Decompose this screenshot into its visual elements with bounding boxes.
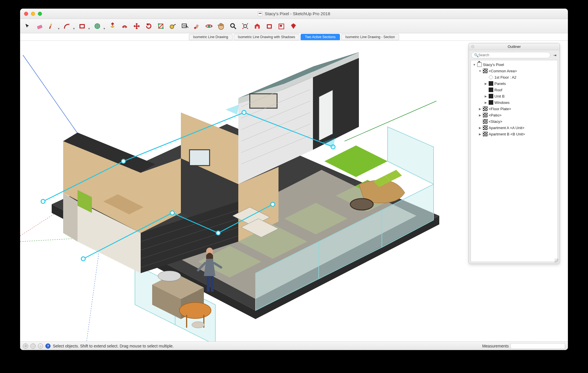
section-icon	[489, 75, 493, 79]
chevron-right-icon[interactable]: ▶	[478, 126, 482, 129]
chevron-right-icon[interactable]: ▶	[478, 114, 482, 117]
tree-row[interactable]: ▶Windows	[471, 99, 558, 106]
svg-point-76	[216, 231, 220, 235]
viewport-3d[interactable]: Outliner 🔍 ⇥ ▼Stacy's Pixel▼<Common Area…	[20, 41, 568, 341]
component-icon	[483, 125, 488, 130]
tree-label: <Stacy>	[489, 119, 502, 124]
svg-point-13	[231, 24, 234, 27]
scene-tab-0[interactable]: Isometric Line Drawing	[189, 34, 233, 40]
arc-tool[interactable]	[62, 21, 72, 31]
filter-arrow-icon[interactable]: ⇥	[552, 53, 557, 57]
tree-row[interactable]: ▶Roof	[471, 87, 558, 93]
extensions-tool[interactable]	[288, 21, 299, 31]
outliner-panel[interactable]: Outliner 🔍 ⇥ ▼Stacy's Pixel▼<Common Area…	[469, 43, 560, 264]
rectangle-tool-dropdown-icon[interactable]: ▼	[88, 27, 90, 30]
tree-label: 1st Floor : A2	[494, 75, 517, 79]
scale-tool[interactable]	[156, 21, 166, 31]
statusbar: ⦿ ⓘ ☺ ? Select objects. Shift to extend …	[20, 341, 568, 350]
tree-row[interactable]: ▶1st Floor : A2	[471, 74, 558, 80]
window-title: Stacy's Pixel - SketchUp Pro 2018	[258, 11, 330, 16]
svg-marker-39	[319, 90, 333, 141]
scene-tab-1[interactable]: Isometric Line Drawing with Shadows	[234, 34, 299, 40]
line-tool-dropdown-icon[interactable]: ▼	[57, 27, 60, 30]
svg-point-60	[179, 302, 211, 318]
search-input[interactable]	[471, 52, 550, 58]
svg-rect-34	[189, 150, 210, 166]
chevron-right-icon[interactable]: ▶	[484, 101, 488, 104]
layout-tool[interactable]	[276, 21, 287, 31]
component-icon	[483, 113, 488, 117]
offset-tool[interactable]	[119, 21, 130, 31]
move-tool[interactable]	[131, 21, 142, 31]
chevron-right-icon[interactable]: ▶	[484, 82, 488, 85]
tree-label: Apartment A <A Unit>	[489, 126, 524, 130]
circle-tool[interactable]	[92, 21, 102, 31]
resize-grip-icon[interactable]	[554, 259, 558, 263]
zoom-extents-tool[interactable]	[240, 21, 250, 31]
svg-point-11	[208, 25, 210, 27]
rotate-tool[interactable]	[144, 21, 154, 31]
tree-row[interactable]: ▶Panels	[471, 80, 558, 87]
zoom-tool[interactable]	[228, 21, 238, 31]
chevron-right-icon[interactable]: ▶	[484, 95, 488, 98]
scene-tab-3[interactable]: Isometric Line Drawing - Section	[341, 34, 399, 40]
zoom-icon[interactable]	[38, 12, 42, 16]
minimize-icon[interactable]	[31, 12, 35, 16]
select-tool[interactable]	[22, 21, 33, 31]
svg-rect-1	[50, 23, 52, 26]
main-toolbar: ▼▼▼▼A1	[20, 19, 568, 33]
tree-row[interactable]: ▶Unit B	[471, 93, 558, 99]
outliner-title[interactable]: Outliner	[469, 43, 560, 50]
svg-point-59	[158, 271, 181, 281]
text-tool[interactable]: A1	[180, 21, 190, 31]
svg-rect-67	[211, 276, 214, 292]
scene-tabs: Isometric Line DrawingIsometric Line Dra…	[20, 33, 568, 41]
tree-row[interactable]: ▼Stacy's Pixel	[471, 61, 558, 68]
tree-label: Panels	[494, 81, 506, 86]
eraser-tool[interactable]	[34, 21, 45, 31]
geo-icon[interactable]: ⦿	[23, 343, 28, 349]
svg-point-77	[271, 202, 275, 206]
circle-tool-dropdown-icon[interactable]: ▼	[103, 27, 106, 30]
titlebar: Stacy's Pixel - SketchUp Pro 2018	[20, 9, 568, 19]
help-icon[interactable]: ?	[45, 343, 51, 349]
outliner-search: 🔍 ⇥	[469, 50, 560, 60]
search-icon: 🔍	[474, 53, 479, 57]
pan-tool[interactable]	[216, 21, 226, 31]
chevron-right-icon[interactable]: ▶	[478, 107, 482, 110]
rectangle-tool[interactable]	[77, 21, 87, 31]
tree-row[interactable]: ▶<Floor Plate>	[471, 106, 558, 112]
chevron-down-icon[interactable]: ▼	[478, 69, 482, 73]
line-tool[interactable]	[47, 21, 57, 31]
svg-rect-5	[158, 23, 159, 25]
orbit-tool[interactable]	[204, 21, 214, 31]
panel-close-icon[interactable]	[471, 45, 474, 48]
model-icon	[477, 62, 482, 67]
svg-rect-6	[162, 27, 163, 29]
close-icon[interactable]	[24, 12, 28, 16]
tree-row[interactable]: ▼<Common Area>	[471, 68, 558, 74]
measurements-input[interactable]	[510, 343, 565, 349]
svg-point-75	[170, 211, 174, 215]
svg-text:A1: A1	[183, 24, 187, 27]
svg-point-14	[243, 24, 247, 28]
warehouse-tool[interactable]	[252, 21, 262, 31]
tree-row[interactable]: ▶<Stacy>	[471, 118, 558, 125]
title-text: Stacy's Pixel - SketchUp Pro 2018	[265, 11, 330, 16]
tree-row[interactable]: ▶Apartment A <A Unit>	[471, 125, 558, 131]
component-icon	[483, 69, 488, 73]
credits-icon[interactable]: ⓘ	[30, 343, 36, 349]
chevron-down-icon[interactable]: ▼	[473, 63, 476, 66]
measurements-label: Measurements	[482, 344, 509, 348]
extension-warehouse-tool[interactable]	[264, 21, 274, 31]
pushpull-tool[interactable]	[107, 21, 118, 31]
outliner-tree[interactable]: ▼Stacy's Pixel▼<Common Area>▶1st Floor :…	[471, 60, 558, 262]
tree-row[interactable]: ▶<Patio>	[471, 112, 558, 118]
tape-tool[interactable]	[168, 21, 178, 31]
arc-tool-dropdown-icon[interactable]: ▼	[73, 27, 75, 30]
paint-tool[interactable]	[192, 21, 202, 31]
scene-tab-2[interactable]: Two Active Sections	[301, 34, 340, 40]
user-icon[interactable]: ☺	[38, 343, 43, 349]
tree-row[interactable]: ▶Apartment B <B Unit>	[471, 131, 558, 137]
chevron-right-icon[interactable]: ▶	[478, 133, 482, 136]
